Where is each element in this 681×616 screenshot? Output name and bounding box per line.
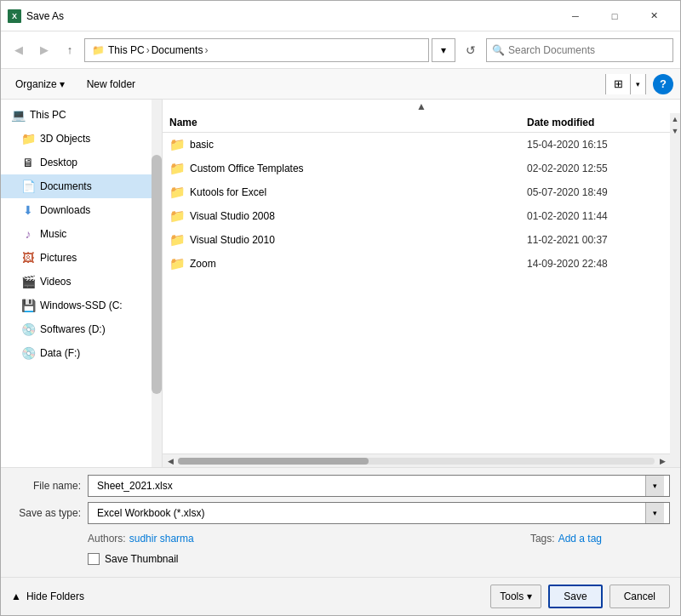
v-scroll-up-button[interactable]: ▲ [670,113,680,125]
file-item-zoom[interactable]: 📁 Zoom 14-09-2020 22:48 [163,252,670,276]
sidebar-item-windows-ssd[interactable]: 💾 Windows-SSD (C: [1,294,162,317]
sidebar-item-documents[interactable]: 📄 Documents [1,174,162,198]
filename-dropdown-button[interactable]: ▾ [645,476,664,496]
thumbnail-label: Save Thumbnail [105,553,179,565]
path-segment-folder-icon: 📁 [92,44,105,56]
address-path[interactable]: 📁 This PC › Documents › [84,38,429,62]
filetype-value: Excel Workbook (*.xlsx) [94,507,645,519]
sidebar-item-softwares-d[interactable]: 💿 Softwares (D:) [1,317,162,341]
save-button[interactable]: Save [548,585,602,608]
file-name-zoom: Zoom [190,258,527,270]
file-item-kutools[interactable]: 📁 Kutools for Excel 05-07-2020 18:49 [163,180,670,204]
organize-button[interactable]: Organize ▾ [8,74,72,94]
file-date-custom-office: 02-02-2020 12:55 [527,163,663,174]
filetype-dropdown-arrow-icon: ▾ [653,509,657,517]
file-date-zoom: 14-09-2020 22:48 [527,258,663,270]
maximize-button[interactable]: □ [595,3,634,29]
help-button[interactable]: ? [653,74,673,94]
hide-folders-toggle[interactable]: ▲ Hide Folders [11,590,84,602]
v-scroll-down-button[interactable]: ▼ [670,125,680,137]
sidebar-item-data-f[interactable]: 💿 Data (F:) [1,341,162,365]
path-segment-documents: Documents [152,44,203,56]
authors-area: Authors: sudhir sharma [88,533,530,545]
filename-dropdown-arrow-icon: ▾ [653,482,657,490]
sidebar-scroll-thumb [152,155,162,394]
path-segment-thispc: This PC [108,44,145,56]
thumbnail-checkbox-container: Save Thumbnail [88,553,179,565]
save-label: Save [564,590,587,602]
up-arrow-icon: ↑ [67,43,73,56]
view-dropdown-button[interactable]: ▾ [630,74,645,94]
back-button[interactable]: ◀ [8,39,30,61]
h-scroll-thumb [178,458,369,465]
tags-label: Tags: [530,533,555,545]
filename-row: File name: ▾ [11,475,670,497]
folder-icon-custom-office: 📁 [169,162,185,175]
horizontal-scrollbar[interactable]: ◀ ▶ [163,453,670,467]
forward-button[interactable]: ▶ [33,39,55,61]
file-area-inner: Name Date modified 📁 basic 15-04-2020 16… [163,113,680,467]
sidebar-item-videos-label: Videos [40,276,71,288]
file-name-custom-office: Custom Office Templates [190,163,527,174]
filename-label: File name: [11,480,88,492]
sidebar: 💻 This PC 📁 3D Objects 🖥 Desktop 📄 Docum… [1,100,163,467]
up-button[interactable]: ↑ [59,39,81,61]
sidebar-item-desktop[interactable]: 🖥 Desktop [1,151,162,174]
hide-folders-label: Hide Folders [26,590,84,602]
file-item-vs2010[interactable]: 📁 Visual Studio 2010 11-02-2021 00:37 [163,228,670,252]
file-item-basic[interactable]: 📁 basic 15-04-2020 16:15 [163,133,670,157]
file-date-basic: 15-04-2020 16:15 [527,139,663,151]
file-item-custom-office[interactable]: 📁 Custom Office Templates 02-02-2020 12:… [163,157,670,180]
cancel-button[interactable]: Cancel [609,585,670,608]
sidebar-item-pictures-label: Pictures [40,252,77,264]
close-button[interactable]: ✕ [634,3,673,29]
scroll-right-button[interactable]: ▶ [656,455,668,467]
refresh-icon: ↺ [466,43,476,57]
filetype-input-container[interactable]: Excel Workbook (*.xlsx) ▾ [88,502,670,524]
filetype-dropdown-button[interactable]: ▾ [645,503,664,523]
minimize-button[interactable]: ─ [556,3,595,29]
sidebar-item-3d-objects[interactable]: 📁 3D Objects [1,127,162,151]
sidebar-item-music-label: Music [40,228,66,240]
sidebar-scrollbar[interactable] [152,100,162,467]
sidebar-item-music[interactable]: ♪ Music [1,222,162,246]
cancel-label: Cancel [624,590,655,602]
file-date-kutools: 05-07-2020 18:49 [527,186,663,198]
file-name-basic: basic [190,139,527,151]
footer: ▲ Hide Folders Tools ▾ Save Cancel [1,577,680,615]
scroll-up-indicator[interactable]: ▲ [163,100,680,113]
view-button[interactable]: ⊞ [606,74,630,94]
new-folder-button[interactable]: New folder [79,74,143,94]
sidebar-item-this-pc[interactable]: 💻 This PC [1,103,162,127]
sidebar-item-windows-ssd-label: Windows-SSD (C: [40,299,123,311]
view-dropdown-arrow-icon: ▾ [636,80,640,88]
windows-ssd-icon: 💾 [21,299,35,312]
sidebar-item-data-f-label: Data (F:) [40,347,80,359]
add-tag-link[interactable]: Add a tag [558,533,602,545]
authors-link[interactable]: sudhir sharma [129,533,194,545]
thumbnail-checkbox[interactable] [88,553,100,565]
search-input[interactable] [508,44,667,56]
column-date-header: Date modified [527,117,663,128]
sidebar-item-pictures[interactable]: 🖼 Pictures [1,246,162,270]
file-item-vs2008[interactable]: 📁 Visual Studio 2008 01-02-2020 11:44 [163,204,670,228]
sidebar-item-videos[interactable]: 🎬 Videos [1,270,162,294]
hide-folders-arrow-icon: ▲ [11,590,21,602]
filename-input[interactable] [94,480,645,492]
tools-button[interactable]: Tools ▾ [490,585,541,608]
address-dropdown-button[interactable]: ▾ [432,38,455,62]
refresh-button[interactable]: ↺ [459,38,483,62]
file-name-kutools: Kutools for Excel [190,186,527,198]
scroll-up-arrow-icon: ▲ [416,100,426,112]
sidebar-item-downloads[interactable]: ⬇ Downloads [1,198,162,222]
sidebar-item-documents-label: Documents [40,180,92,192]
scroll-left-button[interactable]: ◀ [164,455,176,467]
file-name-vs2008: Visual Studio 2008 [190,210,527,222]
search-box: 🔍 [486,38,673,62]
softwares-d-icon: 💿 [21,322,35,336]
pictures-icon: 🖼 [21,251,35,265]
file-vertical-scrollbar[interactable]: ▲ ▼ [670,113,680,467]
filetype-label: Save as type: [11,507,88,519]
authors-label: Authors: [88,533,126,545]
folder-icon-vs2008: 📁 [169,209,185,223]
